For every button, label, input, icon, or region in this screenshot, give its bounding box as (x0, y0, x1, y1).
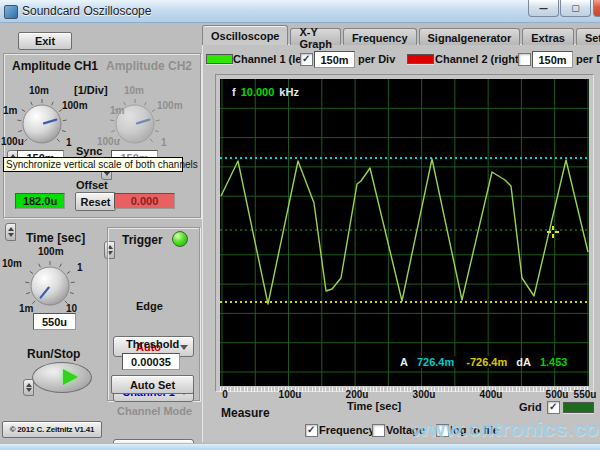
ch2-perdiv-field[interactable]: 150m (532, 51, 573, 68)
x-tick-0: 0 (208, 389, 242, 400)
knob-tick-mark (63, 120, 67, 121)
ch2-knob-tick-100m: 100m (157, 100, 183, 111)
play-icon (63, 369, 78, 385)
threshold-field[interactable]: 0.00035 (122, 353, 180, 370)
maximize-button[interactable]: ▢ (560, 0, 591, 17)
ch1-perdiv-field[interactable]: 150m (314, 51, 355, 68)
knob-tick-mark (150, 139, 153, 142)
channel-mode-label: Channel Mode (117, 405, 192, 417)
tab-settings[interactable]: Settings (576, 28, 600, 45)
ch2-perdiv-label: per Div (576, 53, 600, 65)
ch1-offset-field[interactable]: 182.0u (15, 193, 65, 209)
frequency-readout: f 10.000 kHz (232, 86, 299, 98)
sync-label: Sync (76, 145, 102, 157)
ch1-perdiv-label: per Div (358, 53, 395, 65)
x-axis-label: Time [sec] (347, 400, 401, 412)
knob-tick-mark (111, 130, 115, 131)
ch1-knob-tick-10m: 10m (29, 85, 49, 96)
x-tick-100u: 100u (273, 389, 307, 400)
watermark-text: www.cntronics.com (412, 417, 600, 441)
ch1-knob-tick-100u: 100u (1, 136, 24, 147)
time-value-field[interactable]: 550u (33, 313, 76, 330)
copyright-text: © 2012 C. Zeitnitz V1.41 (10, 425, 95, 434)
knob-tick-mark (30, 271, 33, 273)
x-tick-200u: 200u (340, 389, 374, 400)
tab-extras[interactable]: Extras (522, 28, 574, 45)
cursor-crosshair-icon (547, 226, 559, 238)
reset-label: Reset (81, 196, 111, 208)
tab-signalgenerator[interactable]: Signalgenerator (419, 28, 521, 45)
ch1-enable-checkbox[interactable] (300, 53, 313, 66)
app-icon (4, 5, 18, 19)
grid-color-swatch (563, 402, 594, 413)
tab-bar: OscilloscopeX-Y GraphFrequencySignalgene… (202, 28, 600, 45)
trigger-led (172, 231, 188, 247)
ch1-offset-spinner[interactable] (5, 223, 16, 241)
voltage-checkbox[interactable] (372, 424, 385, 437)
run-stop-button[interactable] (32, 362, 92, 393)
readout-da-label: dA (516, 356, 531, 368)
offset-reset-button[interactable]: Reset (75, 192, 116, 211)
knob-tick-mark (155, 130, 159, 131)
frequency-checkbox-label: Frequency (319, 424, 375, 436)
window-title: Soundcard Oszilloscope (22, 4, 151, 18)
readout-a-min: -726.4m (463, 356, 510, 368)
knob-tick-mark (25, 282, 29, 283)
knob-tick-mark (18, 130, 22, 131)
ch2-enable-checkbox[interactable] (518, 53, 531, 66)
readout-da-value: 1.453 (537, 356, 571, 368)
trigger-title: Trigger (122, 233, 163, 247)
tab-x-y-graph[interactable]: X-Y Graph (290, 28, 340, 45)
amplitude-readout: A 726.4m -726.4m dA 1.453 (400, 356, 570, 368)
x-tick-550u: 550u (568, 389, 600, 400)
time-title: Time [sec] (26, 231, 85, 245)
knob-tick-mark (62, 130, 66, 131)
knob-body (23, 105, 61, 143)
ch2-offset-field[interactable]: 0.000 (114, 193, 175, 209)
ch1-knob-tick-1m: 1m (3, 105, 17, 116)
threshold-label: Threshold (126, 338, 179, 350)
readout-a-label: A (400, 356, 408, 368)
tab-oscilloscope[interactable]: Oscilloscope (202, 25, 288, 45)
auto-set-label: Auto Set (130, 379, 175, 391)
amplitude-ch2-title: Amplitude CH2 (106, 59, 192, 73)
run-stop-label: Run/Stop (27, 347, 80, 361)
readout-a-max: 726.4m (414, 356, 457, 368)
knob-tick-mark (31, 102, 33, 106)
knob-tick-mark (71, 282, 75, 283)
time-knob-tick-100m: 100m (38, 246, 64, 257)
knob-tick-mark (67, 271, 70, 273)
ch2-legend-label: Channel 2 (right) (435, 53, 522, 65)
ch2-knob-tick-1: 1 (161, 137, 167, 148)
ch1-knob-tick-1: 1 (66, 137, 72, 148)
knob-tick-mark (26, 292, 30, 293)
auto-set-button[interactable]: Auto Set (111, 375, 194, 394)
knob-tick-mark (39, 264, 41, 268)
knob-tick-mark (17, 120, 21, 121)
ch1-trace (221, 159, 588, 304)
freq-prefix: f (232, 86, 236, 98)
app-window: Soundcard Oszilloscope — ▢ ✕ Exit Amplit… (0, 0, 600, 450)
measure-title: Measure (221, 406, 270, 420)
x-tick-400u: 400u (474, 389, 508, 400)
tab-frequency[interactable]: Frequency (343, 28, 417, 45)
window-bottom-border (0, 443, 600, 450)
knob-tick-mark (145, 102, 147, 106)
exit-button[interactable]: Exit (18, 32, 72, 50)
knob-tick-mark (70, 292, 74, 293)
knob-tick-mark (152, 109, 155, 111)
offset-label: Offset (76, 179, 108, 191)
chevron-down-icon (180, 345, 188, 350)
ch2-knob-tick-1m: 1m (110, 105, 124, 116)
close-button[interactable]: ✕ (593, 0, 600, 17)
knob-tick-mark (110, 120, 114, 121)
minimize-button[interactable]: — (528, 0, 559, 17)
freq-unit: kHz (279, 86, 299, 98)
knob-tick-mark (60, 264, 62, 268)
x-tick-300u: 300u (407, 389, 441, 400)
scope-display[interactable]: f 10.000 kHz A 726.4m -726.4m dA 1.453 (220, 79, 589, 386)
grid-checkbox[interactable] (547, 401, 560, 414)
time-knob-tick-10m: 10m (2, 258, 22, 269)
frequency-checkbox[interactable] (305, 424, 318, 437)
exit-label: Exit (35, 35, 55, 47)
